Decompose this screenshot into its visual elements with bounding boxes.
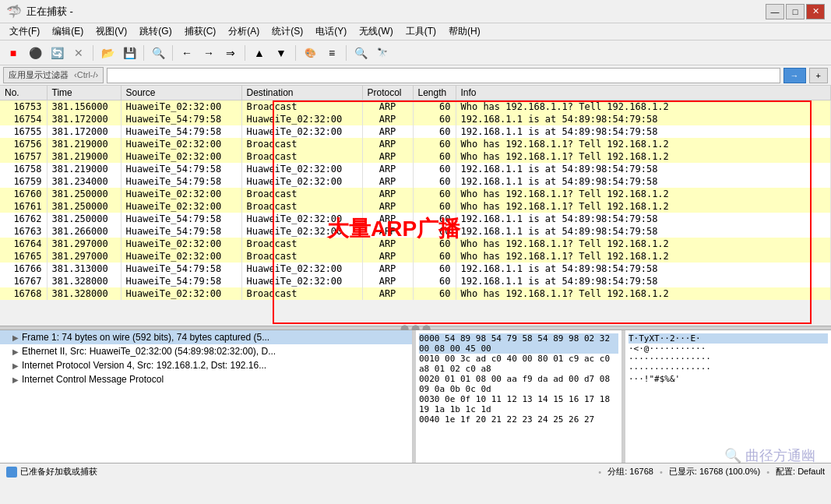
- packet-list-wrapper: No. Time Source Destination Protocol Len…: [0, 86, 831, 326]
- hex-line: 0040 1e 1f 20 21 22 23 24 25 26 27: [419, 414, 618, 425]
- table-row[interactable]: 16763381.266000HuaweiTe_54:79:58HuaweiTe…: [0, 225, 831, 238]
- table-row[interactable]: 16756381.219000HuaweiTe_02:32:00Broadcas…: [0, 138, 831, 150]
- toolbar: ■ ⚫ 🔄 ✕ 📂 💾 🔍 ← → ⇒ ▲ ▼ 🎨 ≡ 🔍 🔭: [0, 41, 831, 65]
- ascii-line: ·<·@···········: [629, 344, 828, 354]
- forward-button[interactable]: →: [199, 44, 219, 62]
- table-row[interactable]: 16754381.172000HuaweiTe_54:79:58HuaweiTe…: [0, 113, 831, 125]
- detail-text: Ethernet II, Src: HuaweiTe_02:32:00 (54:…: [22, 346, 276, 357]
- toolbar-sep1: [93, 45, 93, 61]
- table-header-row: No. Time Source Destination Protocol Len…: [0, 86, 831, 100]
- hex-offset-panel: 0000 54 89 98 54 79 58 54 89 98 02 32 00…: [416, 330, 622, 463]
- expand-icon: ▶: [12, 375, 19, 384]
- packet-table: No. Time Source Destination Protocol Len…: [0, 86, 831, 300]
- ascii-line: ···!"#$%&': [629, 374, 828, 384]
- scroll-down-button[interactable]: ▼: [271, 44, 291, 62]
- expand-icon: ▶: [12, 361, 19, 370]
- menu-edit[interactable]: 编辑(E): [46, 23, 90, 40]
- menu-tools[interactable]: 工具(T): [400, 23, 442, 40]
- menu-view[interactable]: 视图(V): [90, 23, 133, 40]
- menu-help[interactable]: 帮助(H): [442, 23, 487, 40]
- menu-file[interactable]: 文件(F): [3, 23, 46, 40]
- table-row[interactable]: 16768381.328000HuaweiTe_02:32:00Broadcas…: [0, 287, 831, 300]
- menu-analyze[interactable]: 分析(A): [222, 23, 266, 40]
- menu-wireless[interactable]: 无线(W): [353, 23, 399, 40]
- expand-icon: ▶: [12, 347, 19, 356]
- zoom-out-button[interactable]: 🔭: [372, 44, 393, 62]
- maximize-button[interactable]: □: [786, 4, 805, 19]
- menu-capture[interactable]: 捕获(C): [178, 23, 223, 40]
- toolbar-sep3: [172, 45, 173, 61]
- toolbar-sep5: [295, 45, 296, 61]
- col-info: Info: [456, 86, 831, 100]
- title-bar-buttons: — □ ✕: [766, 4, 825, 19]
- table-row[interactable]: 16753381.156000HuaweiTe_02:32:00Broadcas…: [0, 100, 831, 114]
- status-displayed: 已显示: 16768 (100.0%): [669, 466, 760, 478]
- menu-phone[interactable]: 电话(Y): [309, 23, 353, 40]
- jump-button[interactable]: ⇒: [220, 44, 241, 62]
- title-bar: 🦈 正在捕获 - — □ ✕: [0, 0, 831, 23]
- expand-icon: ▶: [12, 333, 19, 342]
- scroll-up-button[interactable]: ▲: [249, 44, 269, 62]
- detail-item[interactable]: ▶Frame 1: 74 bytes on wire (592 bits), 7…: [0, 330, 412, 344]
- table-row[interactable]: 16755381.172000HuaweiTe_54:79:58HuaweiTe…: [0, 125, 831, 138]
- ascii-line: ················: [629, 364, 828, 374]
- hex-panels: 0000 54 89 98 54 79 58 54 89 98 02 32 00…: [416, 330, 831, 463]
- table-row[interactable]: 16767381.328000HuaweiTe_54:79:58HuaweiTe…: [0, 275, 831, 287]
- open-button[interactable]: 📂: [97, 44, 118, 62]
- col-source: Source: [121, 86, 241, 100]
- detail-panel: ▶Frame 1: 74 bytes on wire (592 bits), 7…: [0, 330, 413, 463]
- stop-button[interactable]: ■: [3, 44, 23, 62]
- filter-bookmark-button[interactable]: +: [809, 68, 828, 83]
- status-ready: 已准备好加载或捕获: [6, 466, 97, 478]
- back-button[interactable]: ←: [177, 44, 197, 62]
- refresh-button[interactable]: 🔄: [47, 44, 67, 62]
- zoom-in-button[interactable]: 🔍: [350, 44, 371, 62]
- title-text: 正在捕获 -: [26, 5, 73, 19]
- close-button[interactable]: ✕: [806, 4, 825, 19]
- table-row[interactable]: 16758381.219000HuaweiTe_54:79:58HuaweiTe…: [0, 163, 831, 175]
- table-row[interactable]: 16765381.297000HuaweiTe_02:32:00Broadcas…: [0, 250, 831, 263]
- close-capture-button[interactable]: ✕: [69, 44, 89, 62]
- status-packets: 分组: 16768: [607, 466, 653, 478]
- filter-input[interactable]: [107, 68, 780, 83]
- restart-button[interactable]: ⚫: [25, 44, 45, 62]
- detail-text: Internet Protocol Version 4, Src: 192.16…: [22, 360, 266, 371]
- toolbar-sep4: [245, 45, 245, 61]
- col-time: Time: [47, 86, 121, 100]
- table-row[interactable]: 16757381.219000HuaweiTe_02:32:00Broadcas…: [0, 150, 831, 163]
- status-bar: 已准备好加载或捕获 • 分组: 16768 • 已显示: 16768 (100.…: [0, 463, 831, 480]
- ascii-line: ················: [629, 354, 828, 364]
- menu-stats[interactable]: 统计(S): [266, 23, 309, 40]
- hex-line: 0030 0e 0f 10 11 12 13 14 15 16 17 18 19…: [419, 394, 618, 414]
- prefs-button[interactable]: ≡: [322, 44, 342, 62]
- toolbar-sep2: [143, 45, 144, 61]
- ascii-line: T·TyXT··2···E·: [629, 333, 828, 344]
- status-profile: 配置: Default: [776, 466, 825, 478]
- filter-bar: 应用显示过滤器 ‹Ctrl-/› → +: [0, 65, 831, 86]
- table-row[interactable]: 16764381.297000HuaweiTe_02:32:00Broadcas…: [0, 238, 831, 250]
- table-row[interactable]: 16760381.250000HuaweiTe_02:32:00Broadcas…: [0, 188, 831, 200]
- status-icon: [6, 467, 17, 478]
- hex-line: 0020 01 01 08 00 aa f9 da ad 00 d7 08 09…: [419, 374, 618, 394]
- status-ready-text: 已准备好加载或捕获: [20, 466, 97, 478]
- table-row[interactable]: 16766381.313000HuaweiTe_54:79:58HuaweiTe…: [0, 263, 831, 275]
- minimize-button[interactable]: —: [766, 4, 784, 19]
- detail-item[interactable]: ▶Ethernet II, Src: HuaweiTe_02:32:00 (54…: [0, 344, 412, 358]
- table-row[interactable]: 16759381.234000HuaweiTe_54:79:58HuaweiTe…: [0, 175, 831, 188]
- packet-list-scroll[interactable]: No. Time Source Destination Protocol Len…: [0, 86, 831, 326]
- colorize-button[interactable]: 🎨: [300, 44, 320, 62]
- detail-item[interactable]: ▶Internet Control Message Protocol: [0, 372, 412, 386]
- filter-label: 应用显示过滤器 ‹Ctrl-/›: [3, 67, 104, 83]
- menu-bar: 文件(F) 编辑(E) 视图(V) 跳转(G) 捕获(C) 分析(A) 统计(S…: [0, 23, 831, 41]
- save-button[interactable]: 💾: [119, 44, 139, 62]
- find-button[interactable]: 🔍: [148, 44, 168, 62]
- detail-item[interactable]: ▶Internet Protocol Version 4, Src: 192.1…: [0, 358, 412, 372]
- hex-line: 0010 00 3c ad c0 40 00 80 01 c9 ac c0 a8…: [419, 354, 618, 374]
- table-row[interactable]: 16762381.250000HuaweiTe_54:79:58HuaweiTe…: [0, 213, 831, 225]
- menu-jump[interactable]: 跳转(G): [133, 23, 178, 40]
- toolbar-sep6: [346, 45, 347, 61]
- filter-apply-button[interactable]: →: [783, 68, 806, 83]
- table-row[interactable]: 16761381.250000HuaweiTe_02:32:00Broadcas…: [0, 200, 831, 213]
- col-no: No.: [0, 86, 47, 100]
- col-length: Length: [413, 86, 456, 100]
